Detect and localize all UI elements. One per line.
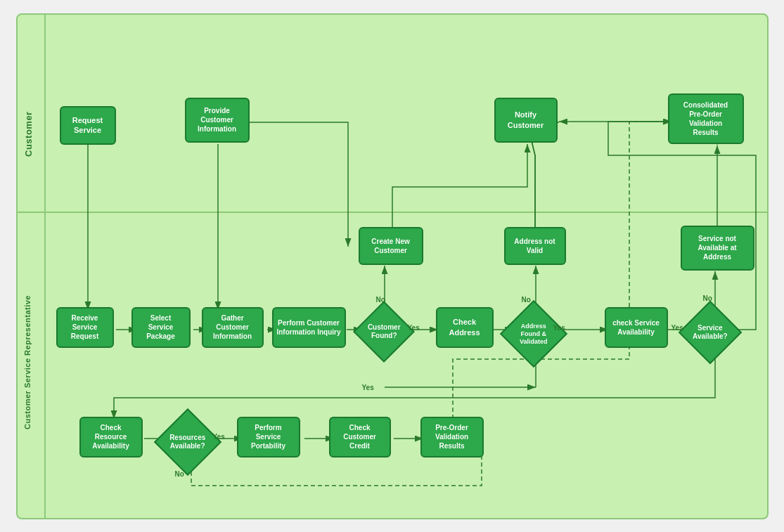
node-gather-info: GatherCustomerInformation [202,307,264,348]
node-check-credit-label: CheckCustomerCredit [343,423,376,450]
node-create-customer-label: Create NewCustomer [371,237,409,255]
node-service-available-label: ServiceAvailable? [693,324,728,341]
label-yes-service: Yes [671,324,683,332]
node-check-service-avail-label: check ServiceAvailability [612,318,660,337]
label-no-service: No [703,294,712,302]
swimlane-divider [18,212,767,213]
node-perform-inquiry: Perform CustomerInformation Inquiry [272,307,346,348]
node-check-address: CheckAddress [436,307,494,348]
node-request-service: RequestService [60,106,116,145]
node-customer-found-label: CustomerFound? [367,323,400,340]
node-perform-inquiry-label: Perform CustomerInformation Inquiry [276,318,340,337]
node-perform-portability: PerformServicePortability [237,417,300,458]
node-preorder-results-label: Pre-OrderValidationResults [435,423,468,450]
node-receive-request-label: ReceiveServiceRequest [71,313,98,341]
node-check-address-label: CheckAddress [449,317,480,337]
label-no-resources: No [175,470,184,478]
node-select-package-label: SelectServicePackage [146,313,175,341]
node-provide-info-label: ProvideCustomerInformation [198,106,236,134]
node-request-service-label: RequestService [72,115,103,136]
node-receive-request: ReceiveServiceRequest [56,307,114,348]
node-address-not-valid-label: Address notValid [514,237,555,255]
node-service-available: ServiceAvailable? [678,300,742,364]
node-customer-found: CustomerFound? [353,301,415,363]
label-no-address: No [522,296,531,304]
node-select-package: SelectServicePackage [131,307,191,348]
diagram-container: Customer Customer Service Representative [16,13,769,519]
label-yes-resources: Yes [213,433,225,441]
node-address-validated-label: AddressFound &Validated [520,322,548,344]
node-resources-available-label: ResourcesAvailable? [169,433,205,450]
node-provide-info: ProvideCustomerInformation [185,98,250,143]
label-yes-customer-found: Yes [408,324,420,332]
label-yes-address: Yes [553,324,565,332]
node-notify-customer-label: NotifyCustomer [508,110,544,130]
swimlane-line [44,15,46,518]
node-preorder-results: Pre-OrderValidationResults [420,417,484,458]
node-service-not-avail: Service notAvailable atAddress [681,226,754,271]
swimlane-label-csr: Customer Service Representative [23,222,32,503]
node-check-resource-label: CheckResourceAvailability [92,423,129,450]
node-service-not-avail-label: Service notAvailable atAddress [698,234,736,261]
node-check-service-avail: check ServiceAvailability [605,307,668,348]
node-consolidated: ConsolidatedPre-OrderValidationResults [668,93,744,144]
node-create-customer: Create NewCustomer [359,227,423,265]
node-address-not-valid: Address notValid [504,227,566,265]
node-check-resource: CheckResourceAvailability [79,417,143,458]
node-notify-customer: NotifyCustomer [494,98,558,143]
node-consolidated-label: ConsolidatedPre-OrderValidationResults [683,100,728,137]
node-check-credit: CheckCustomerCredit [329,417,391,458]
swimlane-label-customer: Customer [23,71,34,197]
label-yes-bottom: Yes [362,384,374,391]
node-resources-available: ResourcesAvailable? [153,408,221,475]
label-no-customer-found: No [376,296,385,304]
node-perform-portability-label: PerformServicePortability [251,423,285,450]
node-gather-info-label: GatherCustomerInformation [213,313,252,341]
node-address-validated: AddressFound &Validated [499,299,567,367]
